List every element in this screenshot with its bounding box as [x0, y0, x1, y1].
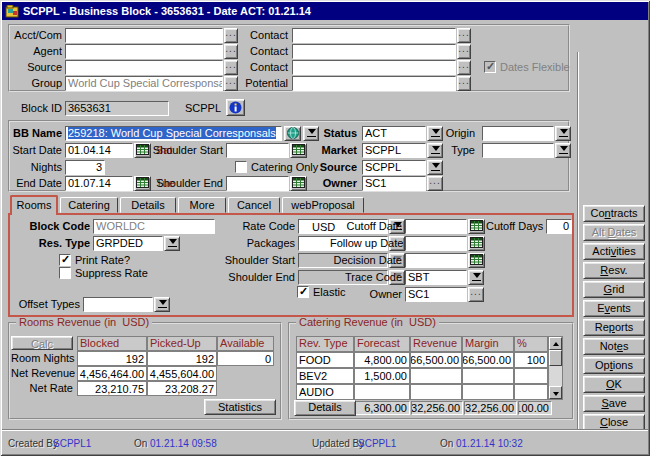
agent-lov-button[interactable]	[224, 44, 238, 59]
events-button[interactable]: Events	[583, 300, 645, 317]
title-bar[interactable]: SCPPL - Business Block - 3653631 - Date …	[2, 2, 648, 20]
business-block-window: SCPPL - Business Block - 3653631 - Date …	[0, 0, 650, 456]
dates-flexible-checkbox	[484, 61, 496, 73]
contact1-field[interactable]	[292, 28, 456, 43]
acct-com-lov-button[interactable]	[224, 28, 238, 43]
catering-cell[interactable]	[462, 368, 514, 384]
origin-lov-button[interactable]	[555, 126, 571, 141]
status-field[interactable]: ACT	[362, 126, 426, 141]
statistics-button[interactable]: Statistics	[204, 399, 276, 415]
bb-name-field[interactable]: 259218: World Cup Special Corresponsals	[65, 126, 282, 141]
ok-button[interactable]: OK	[583, 376, 645, 393]
nights-label: Nights	[5, 160, 62, 175]
scroll-up-icon[interactable]	[549, 337, 562, 350]
source-lov-button[interactable]	[224, 60, 238, 75]
dates-flexible-label: Dates Flexible	[500, 60, 575, 75]
catering-only-checkbox[interactable]	[235, 161, 247, 173]
potential-field[interactable]	[292, 76, 456, 91]
contact3-label: Contact	[240, 60, 288, 75]
contact3-lov-button[interactable]	[457, 60, 471, 75]
catering-cell[interactable]	[354, 384, 410, 400]
catering-row-type[interactable]: AUDIO	[296, 384, 354, 400]
scroll-down-icon[interactable]	[549, 386, 562, 399]
footer-divider-highlight	[2, 430, 648, 431]
catering-cell[interactable]: 3,866,500.00	[462, 352, 514, 368]
agent-field[interactable]	[65, 44, 223, 59]
scrollbar-thumb[interactable]	[549, 350, 562, 366]
group-lov-button[interactable]	[224, 76, 238, 91]
source2-lov-button[interactable]	[427, 160, 443, 175]
catering-cell[interactable]: 100	[514, 352, 548, 368]
notes-button[interactable]: Notes	[583, 338, 645, 355]
details-button[interactable]: Details	[294, 400, 356, 416]
contact1-lov-button[interactable]	[457, 28, 471, 43]
catering-cell[interactable]	[514, 368, 548, 384]
tab-catering[interactable]: Catering	[60, 197, 118, 213]
shoulder-start-field[interactable]	[226, 143, 289, 158]
agent-label: Agent	[5, 44, 62, 59]
end-date-field[interactable]: 01.07.14	[65, 176, 133, 191]
group-field: World Cup Special Corresponsals	[65, 76, 223, 91]
content-divider	[577, 52, 579, 429]
tab-cancel[interactable]: Cancel	[228, 197, 280, 213]
owner-field[interactable]: SC1	[362, 176, 426, 191]
type-field[interactable]	[482, 143, 554, 158]
nights-field[interactable]: 3	[65, 160, 105, 175]
catering-cell[interactable]: 1,500.00	[354, 368, 410, 384]
bb-name-web-button[interactable]	[284, 126, 301, 141]
activities-button[interactable]: Activities	[583, 243, 645, 260]
resv-button[interactable]: Resv.	[583, 262, 645, 279]
options-button[interactable]: Options	[583, 357, 645, 374]
rooms-revenue-empty-cell	[217, 381, 274, 396]
source-field[interactable]	[65, 60, 223, 75]
source2-label: Source	[300, 160, 357, 175]
lov-arrow-icon	[559, 145, 568, 155]
origin-field[interactable]	[482, 126, 554, 141]
market-field[interactable]: SCPPL	[362, 143, 426, 158]
updated-on-value: 01.21.14 10:32	[456, 437, 523, 450]
contact2-field[interactable]	[292, 44, 456, 59]
status-label: Status	[300, 126, 357, 141]
catering-cell[interactable]	[410, 368, 462, 384]
catering-col-margin: Margin	[462, 336, 514, 352]
tab-details[interactable]: Details	[120, 197, 176, 213]
save-button[interactable]: Save	[583, 395, 645, 412]
potential-lov-button[interactable]	[457, 76, 471, 91]
acct-com-field[interactable]	[65, 28, 223, 43]
property-info-button[interactable]	[226, 99, 245, 116]
owner-lov-button[interactable]	[427, 176, 443, 191]
window-title: SCPPL - Business Block - 3653631 - Date …	[23, 5, 311, 17]
shoulder-end-field[interactable]	[226, 176, 289, 191]
contact3-field[interactable]	[292, 60, 456, 75]
bb-name-label: BB Name	[5, 126, 62, 141]
rooms-revenue-col-available: Available	[217, 336, 274, 351]
tab-more[interactable]: More	[178, 197, 226, 213]
catering-cell[interactable]	[410, 384, 462, 400]
reports-button[interactable]: Reports	[583, 319, 645, 336]
catering-cell[interactable]: 3,866,500.00	[410, 352, 462, 368]
type-lov-button[interactable]	[555, 143, 571, 158]
start-date-field[interactable]: 01.04.14	[65, 143, 133, 158]
rooms-revenue-col-pickedup: Picked-Up	[147, 336, 217, 351]
rooms-revenue-table: Calc Blocked Picked-Up Available Room Ni…	[11, 336, 274, 396]
grid-button[interactable]: Grid	[583, 281, 645, 298]
catering-table-scrollbar[interactable]	[548, 336, 563, 400]
rooms-revenue-cell: 4,456,464.00	[77, 366, 147, 381]
catering-row-type[interactable]: FOOD	[296, 352, 354, 368]
contracts-button[interactable]: Contracts	[583, 205, 645, 222]
catering-total-revenue: 6,332,256.00	[411, 401, 463, 415]
rooms-revenue-empty-cell	[217, 366, 274, 381]
catering-row-type[interactable]: BEV2	[296, 368, 354, 384]
source2-field[interactable]: SCPPL	[362, 160, 426, 175]
rooms-revenue-row-label: Net Revenue	[11, 366, 77, 381]
catering-cell[interactable]: 4,800.00	[354, 352, 410, 368]
tab-rooms[interactable]: Rooms	[10, 195, 58, 215]
catering-total-margin: 6,332,256.00	[464, 401, 517, 415]
tab-webproposal[interactable]: webProposal	[282, 197, 364, 213]
contact2-lov-button[interactable]	[457, 44, 471, 59]
catering-cell[interactable]	[462, 384, 514, 400]
catering-cell[interactable]	[514, 384, 548, 400]
resort-code-label: SCPPL	[185, 101, 225, 116]
rooms-revenue-cell: 23,210.75	[77, 381, 147, 396]
catering-revenue-table: Rev. Type Forecast Revenue Margin % FOOD…	[296, 336, 548, 400]
